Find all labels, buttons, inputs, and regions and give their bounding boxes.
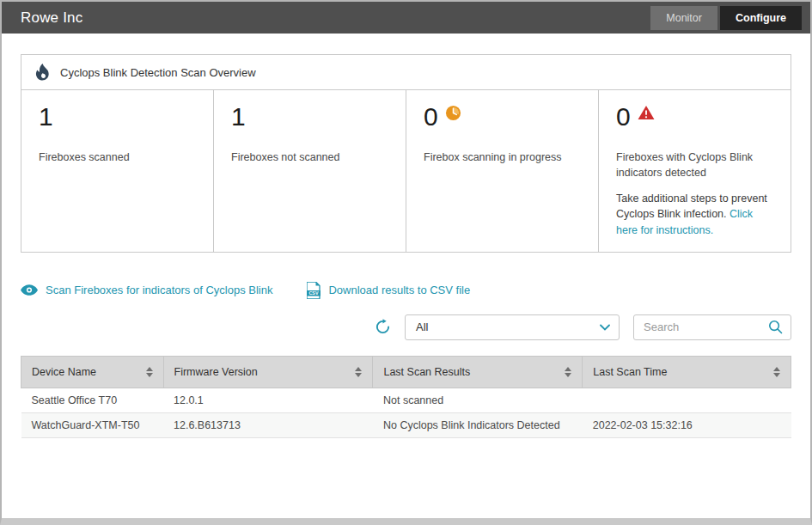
scan-fireboxes-label: Scan Fireboxes for indicators of Cyclops… (46, 284, 272, 296)
refresh-icon[interactable] (375, 319, 391, 335)
stat-value: 1 (231, 102, 388, 131)
stat-label: Fireboxes not scanned (231, 150, 388, 165)
search-input[interactable] (644, 320, 768, 333)
sort-icon[interactable] (773, 367, 780, 377)
controls-row: All (21, 314, 791, 340)
stat-value: 1 (39, 102, 196, 131)
search-box (633, 314, 791, 340)
monitor-button[interactable]: Monitor (650, 6, 717, 30)
stat-label: Fireboxes scanned (39, 150, 196, 165)
stats-row: 1 Fireboxes scanned 1 Fireboxes not scan… (21, 90, 791, 252)
scan-fireboxes-link[interactable]: Scan Fireboxes for indicators of Cyclops… (21, 284, 272, 296)
sort-icon[interactable] (355, 367, 362, 377)
download-csv-label: Download results to CSV file (328, 284, 470, 296)
svg-text:CSV: CSV (309, 290, 319, 296)
app-window: Rowe Inc Monitor Configure Cyclops Blink… (0, 0, 812, 525)
table-row[interactable]: WatchGuard-XTM-T50 12.6.B613713 No Cyclo… (21, 412, 791, 437)
column-header-firmware-version[interactable]: Firmware Version (163, 356, 373, 388)
warning-icon (638, 105, 655, 120)
download-csv-link[interactable]: CSV Download results to CSV file (307, 282, 470, 299)
column-header-device-name[interactable]: Device Name (21, 356, 164, 388)
cell-firmware-version: 12.6.B613713 (163, 412, 373, 437)
cell-device-name: Seattle Office T70 (21, 388, 164, 412)
sort-icon[interactable] (565, 367, 571, 377)
stat-scanning-in-progress: 0 Firebox scanning in progress (406, 90, 599, 252)
scan-overview-card: Cyclops Blink Detection Scan Overview 1 … (21, 54, 791, 253)
sort-icon[interactable] (146, 367, 153, 377)
cell-last-scan-results: Not scanned (373, 388, 583, 412)
devices-table: Device Name Firmware Version Last Scan R… (21, 356, 791, 438)
table-header-row: Device Name Firmware Version Last Scan R… (21, 356, 791, 388)
chevron-down-icon (600, 324, 610, 331)
search-icon[interactable] (768, 320, 783, 334)
topbar-buttons: Monitor Configure (650, 6, 802, 30)
stat-label: Fireboxes with Cyclops Blink indicators … (616, 150, 773, 180)
stat-fireboxes-scanned: 1 Fireboxes scanned (21, 90, 214, 252)
scan-overview-title: Cyclops Blink Detection Scan Overview (60, 66, 256, 79)
top-bar: Rowe Inc Monitor Configure (2, 2, 810, 34)
stat-value: 0 (424, 102, 581, 131)
stat-fireboxes-not-scanned: 1 Fireboxes not scanned (214, 90, 406, 252)
stat-number: 0 (616, 102, 631, 131)
table-row[interactable]: Seattle Office T70 12.0.1 Not scanned (21, 388, 791, 412)
column-label: Firmware Version (174, 366, 258, 378)
stat-indicators-detected: 0 Fireboxes with Cyclops Blink indicator… (599, 90, 791, 252)
stat-label: Firebox scanning in progress (424, 150, 581, 165)
cell-last-scan-results: No Cyclops Blink Indicators Detected (373, 412, 583, 437)
filter-dropdown[interactable]: All (405, 314, 620, 340)
column-header-last-scan-time[interactable]: Last Scan Time (583, 356, 791, 388)
eye-icon (21, 284, 38, 296)
flame-icon (35, 64, 50, 81)
column-label: Device Name (32, 366, 96, 378)
main-content: Cyclops Blink Detection Scan Overview 1 … (2, 34, 810, 438)
account-title: Rowe Inc (21, 9, 82, 27)
column-label: Last Scan Time (593, 366, 667, 378)
actions-row: Scan Fireboxes for indicators of Cyclops… (21, 282, 791, 299)
cell-last-scan-time: 2022-02-03 15:32:16 (583, 412, 791, 437)
clock-icon (445, 105, 461, 121)
scan-overview-header: Cyclops Blink Detection Scan Overview (21, 55, 791, 90)
filter-dropdown-value: All (416, 320, 428, 333)
stat-note: Take additional steps to prevent Cyclops… (616, 191, 773, 237)
cell-device-name: WatchGuard-XTM-T50 (21, 412, 164, 437)
cell-firmware-version: 12.0.1 (163, 388, 373, 412)
stat-value: 0 (616, 102, 773, 131)
cell-last-scan-time (583, 388, 791, 412)
configure-button[interactable]: Configure (720, 6, 802, 30)
csv-file-icon: CSV (307, 282, 321, 299)
stat-number: 0 (424, 102, 438, 131)
column-label: Last Scan Results (383, 366, 470, 378)
column-header-last-scan-results[interactable]: Last Scan Results (373, 356, 583, 388)
